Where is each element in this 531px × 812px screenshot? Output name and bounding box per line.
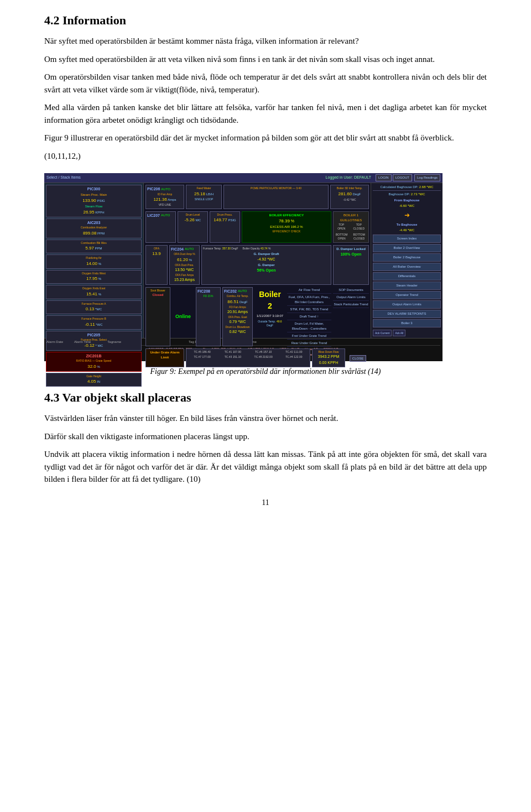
section-43-para2: Därför skall den viktigaste informatione… — [44, 430, 487, 443]
steam-header-btn[interactable]: Steam Header — [373, 282, 441, 290]
pic206-sub: ID Fan Amp — [147, 192, 183, 197]
ack-current-button[interactable]: Ack Current — [373, 330, 392, 336]
furn-press-a-block: Furnace Pressure A 0.13 *WC — [46, 300, 142, 315]
eff-check: EFFECIENCY CHECK — [243, 230, 330, 234]
tc-grid: TC.#5 186.40 TC.#1 107.00 TC.#6 157.10 T… — [188, 350, 309, 360]
pic300-sublabel: Steam Proc. Main — [48, 192, 140, 197]
log-readings-button[interactable]: Log Readings — [414, 174, 440, 181]
pic300-unit: PSIG — [97, 199, 105, 202]
dl-unit: WC — [195, 218, 201, 222]
sop-docs[interactable]: SOP Documents — [333, 287, 369, 294]
to-baghouse-label: To Baghouse — [373, 222, 441, 227]
stack-trend[interactable]: Stack Particulate Trend — [333, 301, 369, 308]
guillotine-title: BOILER 1 GUILLOTINES — [335, 213, 367, 223]
fic204-auto: AUTO — [185, 247, 194, 252]
temp-opacity-block: Furnace Temp. 357.30 DegF Boiler Opacity… — [201, 245, 331, 285]
oxy-unit: % — [98, 262, 101, 266]
all-boiler-overview-btn[interactable]: All Boiler Overview — [373, 263, 441, 271]
boiler-eff-pct: % — [290, 219, 294, 223]
gh-unit: IN — [97, 380, 100, 383]
trend-6[interactable]: Fret Under Grate Trend — [287, 333, 331, 340]
logout-button[interactable]: LOGOUT — [393, 174, 412, 181]
online-status: Online — [175, 313, 191, 321]
screen-top-label: Select / Stack Items — [46, 175, 81, 181]
boiler-inlet-block: Boiler 3D Inlet Temp. 281.60 DegF -0.42 … — [330, 185, 369, 209]
g-damper-open: G. Damper — [203, 263, 330, 268]
trend-2[interactable]: Fuel, OFA, UFA Furn, Pres., BH Inlet Con… — [287, 294, 331, 306]
d-damper-block: D. Damper Locked 100% Open — [333, 245, 369, 285]
tc6: TC.#6 157.10 — [249, 350, 278, 355]
tc5: TC.#5 186.40 — [188, 350, 217, 355]
trend-3[interactable]: STM, FW, BD, TDS Trend — [287, 306, 331, 313]
fic208-auto: FD 21% — [197, 294, 219, 299]
lic207-auto: AUTO — [161, 213, 170, 218]
zic201b-unit: % — [97, 365, 100, 368]
ug-title: Under Grate Alarm Limit — [147, 350, 183, 360]
gh-sub: Gate Height — [48, 374, 140, 379]
fic202-val2: 20.91 Amps — [224, 309, 251, 315]
boiler-eff-block: BOILER EFFECIENCY 78.39 % EXCESS AIR 196… — [242, 211, 331, 243]
alarm-col-time: Alarm Time — [74, 340, 91, 345]
dev-alarm-btn[interactable]: DEV ALARM SETPOINTS — [373, 310, 441, 318]
fic204-unit: % — [189, 258, 192, 262]
bi-unit: DegF — [353, 192, 361, 196]
trend-5[interactable]: Drum Lvl, Fd Water, BlowDown - Controlle… — [287, 321, 331, 332]
section-42-para2: Om syftet med operatörsbilden är att vet… — [44, 53, 487, 66]
pm-sub: PCME PARTICULATE MONITOR — 3.40 — [225, 186, 327, 191]
fpa-sub: Furnace Pressure A — [48, 302, 140, 306]
pic300-unit2: KPPH — [95, 211, 104, 214]
fic208-block: FIC208 FD 21% — [196, 287, 221, 346]
output-alarms[interactable]: Output Alarm Limits — [333, 294, 369, 301]
fic202-val3: 0.79 *WC — [224, 319, 251, 325]
section-42-para1: När syftet med operatörsbilden är bestäm… — [44, 35, 487, 48]
pic300-val: 133.90 — [82, 198, 96, 203]
fpb-val: -0.11 — [85, 322, 95, 327]
close-button[interactable]: CLOSE — [350, 355, 366, 362]
center-top-row: PIC206 AUTO ID Fan Amp 121.36 Amps VFD L… — [145, 185, 369, 210]
pic206-name: PIC206 — [147, 186, 160, 192]
pic205-unit: * WC — [95, 344, 103, 347]
fpa-unit: *WC — [95, 308, 102, 311]
dl-val: -5.26 — [185, 217, 195, 222]
pic206-unit: Amps — [168, 198, 176, 201]
boiler3-btn[interactable]: Boiler 3 — [373, 319, 441, 327]
from-baghouse-label: From Baghouse — [373, 198, 441, 203]
trend-4[interactable]: Draft Trend ↑ — [287, 314, 331, 320]
tc-block: TC.#5 186.40 TC.#1 107.00 TC.#6 157.10 T… — [186, 348, 310, 368]
section-42-para3: Om operatörsbilden visar tanken med både… — [44, 71, 487, 96]
baghouse-dp2: Baghouse DP: 2.73 *WC — [373, 192, 441, 197]
comb-val: 5.97 — [85, 246, 94, 251]
screen-index-btn[interactable]: Screen Index — [373, 235, 441, 243]
outside-temp-label: Outside Temp. 49.6 DegF — [256, 320, 284, 328]
section-43-heading: 4.3 Var objekt skall placeras — [44, 388, 487, 407]
g-bot-open: BOTTOM OPEN — [335, 233, 348, 241]
fic202-auto: AUTO — [238, 289, 247, 294]
aic203-block: AIC203 Combustion Analyzer 899.08 PPM — [46, 218, 142, 238]
fic204-block: FIC204 AUTO OFA Duct Amp % 61.20 % OFA D… — [169, 245, 200, 285]
trend-7[interactable]: Rear Under Grate Trend — [287, 340, 331, 347]
output-alarm-btn[interactable]: Output Alarm Limits — [373, 300, 441, 309]
oxye-unit: % — [98, 293, 101, 296]
login-button[interactable]: LOGIN — [376, 174, 392, 181]
trend-1[interactable]: Air Flow Trend — [287, 287, 331, 294]
differentials-btn[interactable]: Differentials — [373, 272, 441, 280]
boiler2-title: Boiler 2 — [256, 289, 284, 312]
lic207-block: LIC207 AUTO — [145, 211, 176, 243]
oxye-val: 15.41 — [86, 292, 97, 296]
ack-all-button[interactable]: Ack All — [393, 330, 405, 336]
soot-blower-block: Soot Blower Closed — [145, 287, 170, 346]
fic202-val4: 0.82 *WC — [224, 329, 251, 335]
logged-in-label: Logged in User: DEFAULT — [326, 175, 371, 181]
fic202-val: 86.51 — [227, 299, 238, 304]
g-damper-val: -4.92 *WC — [203, 257, 330, 263]
alarm-col-tag: Tagname — [107, 340, 121, 345]
lic207-name: LIC207 — [147, 213, 160, 219]
fpa-val: 0.13 — [86, 306, 95, 311]
ofa-block: OFA 13.9 — [145, 245, 168, 285]
boiler2-baghouse-btn[interactable]: Boiler 2 Baghouse — [373, 253, 441, 262]
single-loop: SINGLE LOOP — [188, 197, 220, 202]
boiler2-overview-btn[interactable]: Boiler 2 OverView — [373, 244, 441, 252]
aic203-sub: Combustion Analyzer — [48, 226, 140, 230]
fic204-name: FIC204 — [171, 247, 184, 253]
operator-trend-btn[interactable]: Operator Trend — [373, 291, 441, 299]
